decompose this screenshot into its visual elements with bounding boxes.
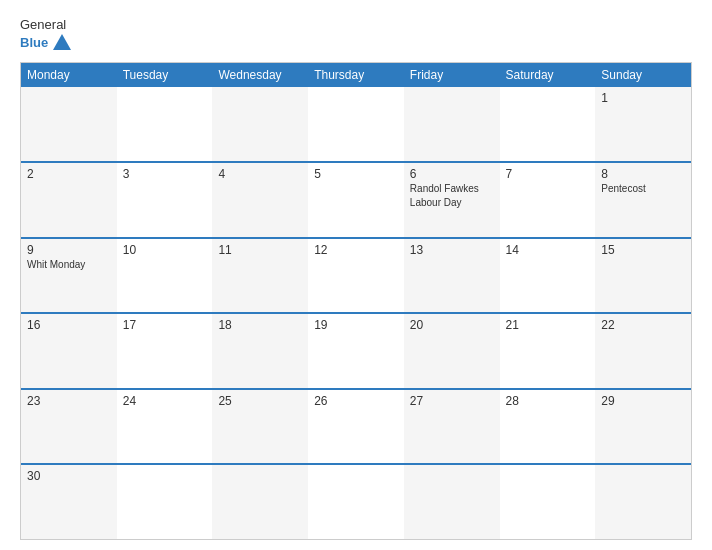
col-header-saturday: Saturday: [500, 63, 596, 87]
day-cell: [308, 87, 404, 161]
day-number: 17: [123, 318, 207, 332]
col-header-thursday: Thursday: [308, 63, 404, 87]
day-cell: [500, 465, 596, 539]
day-cell: [404, 465, 500, 539]
day-number: 7: [506, 167, 590, 181]
logo-text: General Blue: [20, 18, 73, 54]
day-cell: 19: [308, 314, 404, 388]
day-cell: 4: [212, 163, 308, 237]
day-number: 20: [410, 318, 494, 332]
day-number: 14: [506, 243, 590, 257]
col-header-sunday: Sunday: [595, 63, 691, 87]
day-cell: 11: [212, 239, 308, 313]
day-number: 4: [218, 167, 302, 181]
day-number: 9: [27, 243, 111, 257]
day-cell: [212, 87, 308, 161]
logo-icon: [51, 32, 73, 54]
col-header-monday: Monday: [21, 63, 117, 87]
day-cell: 21: [500, 314, 596, 388]
day-cell: 17: [117, 314, 213, 388]
page: General Blue MondayTuesdayWednesdayThurs…: [0, 0, 712, 550]
day-cell: 12: [308, 239, 404, 313]
day-cell: 22: [595, 314, 691, 388]
day-number: 5: [314, 167, 398, 181]
day-cell: 28: [500, 390, 596, 464]
col-header-friday: Friday: [404, 63, 500, 87]
header: General Blue: [20, 18, 692, 54]
day-cell: 14: [500, 239, 596, 313]
day-number: 26: [314, 394, 398, 408]
col-header-tuesday: Tuesday: [117, 63, 213, 87]
day-number: 15: [601, 243, 685, 257]
day-number: 8: [601, 167, 685, 181]
day-number: 6: [410, 167, 494, 181]
day-cell: [117, 87, 213, 161]
day-cell: 7: [500, 163, 596, 237]
day-number: 18: [218, 318, 302, 332]
calendar: MondayTuesdayWednesdayThursdayFridaySatu…: [20, 62, 692, 540]
day-cell: 20: [404, 314, 500, 388]
day-number: 25: [218, 394, 302, 408]
day-number: 2: [27, 167, 111, 181]
logo-general: General: [20, 18, 73, 32]
day-cell: 18: [212, 314, 308, 388]
day-cell: 13: [404, 239, 500, 313]
day-number: 22: [601, 318, 685, 332]
day-number: 23: [27, 394, 111, 408]
logo: General Blue: [20, 18, 73, 54]
day-cell: 30: [21, 465, 117, 539]
day-event: Labour Day: [410, 196, 494, 209]
day-number: 19: [314, 318, 398, 332]
day-cell: [595, 465, 691, 539]
day-cell: [117, 465, 213, 539]
day-number: 29: [601, 394, 685, 408]
day-cell: [212, 465, 308, 539]
day-number: 30: [27, 469, 111, 483]
day-number: 3: [123, 167, 207, 181]
day-cell: 5: [308, 163, 404, 237]
day-number: 11: [218, 243, 302, 257]
day-number: 12: [314, 243, 398, 257]
weeks-container: 123456Randol FawkesLabour Day78Pentecost…: [21, 87, 691, 539]
day-number: 24: [123, 394, 207, 408]
week-row-2: 9Whit Monday101112131415: [21, 237, 691, 313]
col-header-wednesday: Wednesday: [212, 63, 308, 87]
day-cell: 15: [595, 239, 691, 313]
day-cell: 25: [212, 390, 308, 464]
day-number: 21: [506, 318, 590, 332]
day-number: 1: [601, 91, 685, 105]
day-number: 28: [506, 394, 590, 408]
day-cell: 10: [117, 239, 213, 313]
day-cell: 27: [404, 390, 500, 464]
day-event: Whit Monday: [27, 258, 111, 271]
day-cell: 24: [117, 390, 213, 464]
day-cell: [308, 465, 404, 539]
day-cell: 6Randol FawkesLabour Day: [404, 163, 500, 237]
day-cell: 2: [21, 163, 117, 237]
day-cell: 3: [117, 163, 213, 237]
day-number: 10: [123, 243, 207, 257]
logo-blue: Blue: [20, 32, 73, 54]
day-event: Randol Fawkes: [410, 182, 494, 195]
day-cell: 26: [308, 390, 404, 464]
day-cell: 9Whit Monday: [21, 239, 117, 313]
svg-marker-0: [53, 34, 71, 50]
day-number: 27: [410, 394, 494, 408]
day-cell: [500, 87, 596, 161]
day-cell: 16: [21, 314, 117, 388]
column-headers: MondayTuesdayWednesdayThursdayFridaySatu…: [21, 63, 691, 87]
day-number: 16: [27, 318, 111, 332]
day-number: 13: [410, 243, 494, 257]
week-row-0: 1: [21, 87, 691, 161]
day-cell: 29: [595, 390, 691, 464]
day-event: Pentecost: [601, 182, 685, 195]
day-cell: 8Pentecost: [595, 163, 691, 237]
week-row-5: 30: [21, 463, 691, 539]
week-row-4: 23242526272829: [21, 388, 691, 464]
week-row-3: 16171819202122: [21, 312, 691, 388]
day-cell: 1: [595, 87, 691, 161]
day-cell: [404, 87, 500, 161]
day-cell: 23: [21, 390, 117, 464]
day-cell: [21, 87, 117, 161]
week-row-1: 23456Randol FawkesLabour Day78Pentecost: [21, 161, 691, 237]
